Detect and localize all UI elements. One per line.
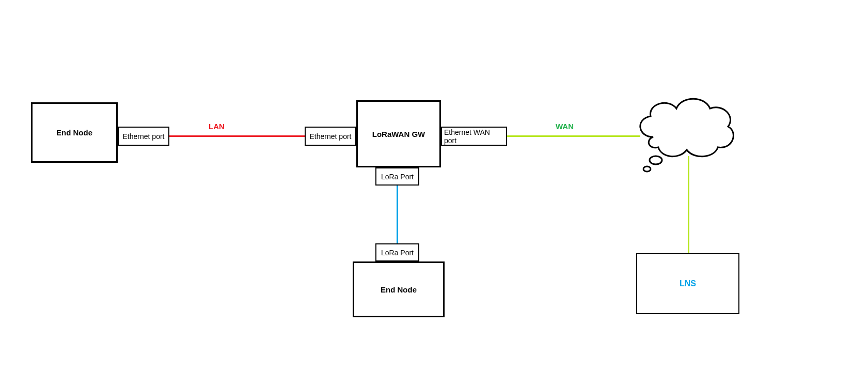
lorawan-gateway: LoRaWAN GW <box>356 100 441 167</box>
lora-connection-line <box>397 186 398 243</box>
lora-port-node-label: LoRa Port <box>381 249 414 257</box>
cloud-to-lns-line <box>688 156 689 254</box>
lan-connection-line <box>169 135 305 137</box>
end-node-left: End Node <box>31 102 118 163</box>
ethernet-port-left-node-label: Ethernet port <box>123 132 165 141</box>
lorawan-gateway-label: LoRaWAN GW <box>372 130 425 138</box>
ethernet-port-gw-left: Ethernet port <box>305 127 356 146</box>
end-node-bottom-label: End Node <box>381 285 417 294</box>
ethernet-port-left-node: Ethernet port <box>118 127 169 146</box>
lns-label: LNS <box>680 279 696 288</box>
ethernet-wan-port-label: Ethernet WAN port <box>444 128 504 145</box>
end-node-bottom: End Node <box>353 261 445 317</box>
ethernet-wan-port: Ethernet WAN port <box>441 127 507 146</box>
lns-box: LNS <box>636 253 739 314</box>
cloud-icon <box>633 90 741 178</box>
end-node-left-label: End Node <box>56 128 92 137</box>
wan-connection-line <box>507 135 640 137</box>
svg-point-0 <box>650 156 662 164</box>
lora-port-gw-label: LoRa Port <box>381 173 414 181</box>
lora-port-gw: LoRa Port <box>375 167 419 186</box>
lan-label: LAN <box>209 122 225 131</box>
wan-label: WAN <box>556 122 574 131</box>
svg-point-1 <box>643 166 651 172</box>
lora-port-node: LoRa Port <box>375 243 419 261</box>
ethernet-port-gw-left-label: Ethernet port <box>310 132 352 141</box>
